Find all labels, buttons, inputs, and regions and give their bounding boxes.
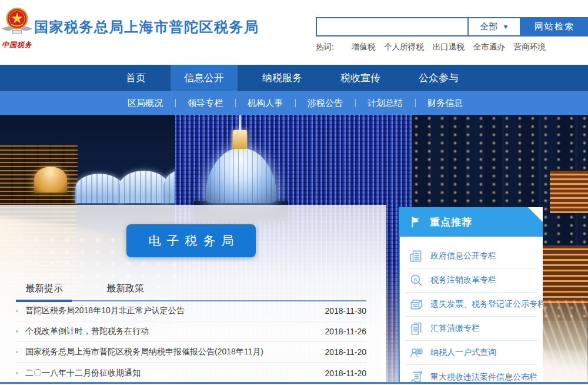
flag-icon bbox=[409, 215, 422, 228]
sub-nav: 区局概况 领导专栏 机构人事 涉税公告 计划总结 财务信息 bbox=[0, 91, 588, 115]
banner-art-orange-building bbox=[550, 171, 588, 213]
website-search-button[interactable]: 网站检索 bbox=[521, 17, 588, 36]
featured-panel-title: 重点推荐 bbox=[430, 215, 472, 229]
sidebar-item-label: 税务注销改革专栏 bbox=[430, 275, 496, 286]
news-title: 二〇一八年十二月份征收期通知 bbox=[25, 368, 319, 379]
banner-art-orange-building bbox=[540, 245, 588, 303]
hotwords-bar: 热词: 增值税 个人所得税 出口退税 全市通办 营商环境 bbox=[316, 42, 554, 52]
news-title: 国家税务总局上海市普陀区税务局纳税申报催报公告(2018年11月) bbox=[25, 347, 319, 357]
news-title: 个税改革倒计时，普陀税务在行动 bbox=[25, 326, 319, 337]
bullet-icon bbox=[16, 372, 18, 374]
news-date: 2018-11-26 bbox=[325, 327, 366, 336]
e-tax-bureau-button[interactable]: 电子税务局 bbox=[126, 224, 256, 257]
news-list: 普陀区税务局2018年10月非正常户认定公告 2018-11-30 个税改革倒计… bbox=[16, 301, 366, 383]
subnav-item-district-overview[interactable]: 区局概况 bbox=[115, 98, 175, 109]
search-input[interactable] bbox=[316, 17, 469, 36]
sidebar-item-gov-info[interactable]: 政府信息公开专栏 bbox=[406, 244, 537, 268]
banner-art-spire bbox=[239, 115, 241, 132]
news-row[interactable]: 个税改革倒计时，普陀税务在行动 2018-11-26 bbox=[16, 321, 366, 342]
sidebar-item-label: 纳税人一户式查询 bbox=[430, 347, 496, 358]
search-category-dropdown[interactable]: 全部 ▼ bbox=[469, 17, 521, 36]
featured-panel: 重点推荐 政府信息公开专栏 A 税务注销改革专栏 遗失发票、税务登记证公示专栏 bbox=[399, 207, 543, 385]
banner-art-glass-arch bbox=[119, 171, 169, 203]
featured-panel-body: 政府信息公开专栏 A 税务注销改革专栏 遗失发票、税务登记证公示专栏 汇算清缴专… bbox=[399, 237, 543, 385]
sidebar-item-final-settlement[interactable]: 汇算清缴专栏 bbox=[406, 317, 537, 341]
magnifier-a-icon: A bbox=[409, 273, 424, 288]
news-row[interactable]: 国家税务总局上海市普陀区税务局纳税申报催报公告(2018年11月) 2018-1… bbox=[16, 342, 366, 363]
featured-panel-header: 重点推荐 bbox=[399, 207, 543, 237]
search-category-label: 全部 bbox=[480, 21, 497, 32]
chevron-down-icon: ▼ bbox=[503, 24, 509, 30]
sidebar-item-deregistration-reform[interactable]: A 税务注销改革专栏 bbox=[406, 268, 537, 293]
subnav-item-tax-notices[interactable]: 涉税公告 bbox=[295, 98, 355, 109]
news-title: 普陀区税务局2018年10月非正常户认定公告 bbox=[25, 306, 319, 316]
document-lines-icon bbox=[409, 321, 424, 336]
banner-art-small-dome bbox=[34, 167, 67, 192]
news-date: 2018-11-20 bbox=[325, 347, 366, 357]
subnav-item-personnel[interactable]: 机构人事 bbox=[235, 98, 295, 109]
svg-text:A: A bbox=[413, 277, 417, 283]
invoice-stack-icon bbox=[409, 297, 424, 312]
tab-latest-policies[interactable]: 最新政策 bbox=[97, 281, 153, 300]
sidebar-item-label: 政府信息公开专栏 bbox=[430, 251, 496, 261]
sidebar-item-label: 重大税收违法案件信息公布栏 bbox=[430, 372, 537, 383]
hotword-link[interactable]: 增值税 bbox=[352, 42, 376, 52]
news-row[interactable]: 普陀区税务局2018年10月非正常户认定公告 2018-11-30 bbox=[16, 301, 366, 321]
news-tabs: 最新提示 最新政策 bbox=[16, 281, 366, 301]
nav-item-tax-publicity[interactable]: 税收宣传 bbox=[327, 65, 394, 91]
logo-text: 中国税务 bbox=[0, 40, 34, 50]
sidebar-item-label: 遗失发票、税务登记证公示专栏 bbox=[430, 299, 543, 310]
news-date: 2018-11-20 bbox=[325, 369, 366, 378]
hotwords-label: 热词: bbox=[316, 42, 334, 52]
news-row[interactable]: 二〇一八年十二月份征收期通知 2018-11-20 bbox=[16, 363, 366, 383]
news-date: 2018-11-30 bbox=[325, 306, 366, 316]
main-nav: 首页 信息公开 纳税服务 税收宣传 公众参与 bbox=[0, 65, 588, 91]
nav-item-info-disclosure[interactable]: 信息公开 bbox=[171, 65, 238, 91]
subnav-item-leadership[interactable]: 领导专栏 bbox=[175, 98, 235, 109]
site-title: 国家税务总局上海市普陀区税务局 bbox=[34, 18, 259, 36]
subnav-item-plans-summaries[interactable]: 计划总结 bbox=[355, 98, 415, 109]
hotword-link[interactable]: 营商环境 bbox=[514, 42, 546, 52]
hotword-link[interactable]: 个人所得税 bbox=[384, 42, 424, 52]
sidebar-item-taxpayer-query[interactable]: 纳税人一户式查询 bbox=[406, 341, 537, 365]
tab-latest-tips[interactable]: 最新提示 bbox=[16, 281, 72, 300]
bullet-icon bbox=[16, 330, 18, 333]
sidebar-item-label: 汇算清缴专栏 bbox=[430, 323, 480, 334]
newspaper-icon bbox=[409, 248, 424, 264]
taxpayer-query-icon bbox=[409, 345, 424, 360]
site-header: 中国税务 国家税务总局上海市普陀区税务局 全部 ▼ 网站检索 热词: 增值税 个… bbox=[0, 0, 588, 65]
banner-art-glass-arch bbox=[75, 174, 123, 203]
subnav-item-financial-info[interactable]: 财务信息 bbox=[415, 98, 475, 109]
folded-corner bbox=[528, 207, 543, 222]
nav-item-public-participation[interactable]: 公众参与 bbox=[405, 65, 472, 91]
bullet-icon bbox=[16, 310, 18, 312]
sidebar-item-lost-invoice[interactable]: 遗失发票、税务登记证公示专栏 bbox=[406, 293, 537, 317]
nav-item-home[interactable]: 首页 bbox=[112, 65, 159, 91]
hotword-link[interactable]: 全市通办 bbox=[473, 42, 505, 52]
banner-art-cupola bbox=[233, 130, 247, 149]
bullet-icon bbox=[16, 351, 18, 353]
tax-emblem-logo bbox=[1, 6, 33, 40]
hotword-link[interactable]: 出口退税 bbox=[433, 42, 465, 52]
nav-item-tax-service[interactable]: 纳税服务 bbox=[249, 65, 316, 91]
